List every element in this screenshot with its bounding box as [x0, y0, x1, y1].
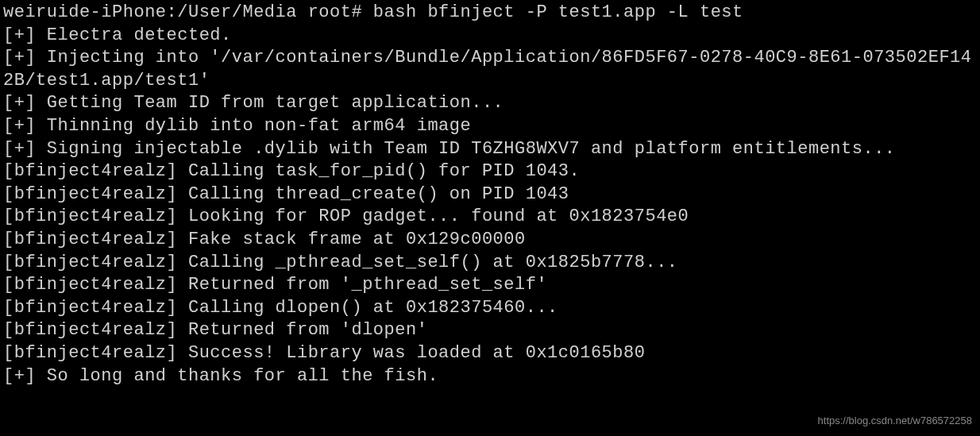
- terminal-line: [bfinject4realz] Success! Library was lo…: [3, 342, 977, 365]
- terminal-line: [bfinject4realz] Fake stack frame at 0x1…: [3, 229, 977, 252]
- terminal-line: [bfinject4realz] Returned from 'dlopen': [3, 319, 977, 342]
- terminal-line: [+] Thinning dylib into non-fat arm64 im…: [3, 115, 977, 138]
- terminal-line: [bfinject4realz] Calling task_for_pid() …: [3, 160, 977, 183]
- terminal-line: [+] Injecting into '/var/containers/Bund…: [3, 47, 977, 92]
- terminal-line: [bfinject4realz] Looking for ROP gadget.…: [3, 206, 977, 229]
- terminal-line: [+] Signing injectable .dylib with Team …: [3, 138, 977, 161]
- terminal-line: [bfinject4realz] Returned from '_pthread…: [3, 274, 977, 297]
- terminal-line: [+] So long and thanks for all the fish.: [3, 365, 977, 388]
- terminal-line: [+] Electra detected.: [3, 25, 977, 48]
- terminal-line: weiruide-iPhone:/User/Media root# bash b…: [3, 2, 977, 25]
- terminal-line: [bfinject4realz] Calling thread_create()…: [3, 183, 977, 206]
- terminal-text: [+] So long and thanks for all the fish.: [3, 366, 438, 386]
- watermark: https://blog.csdn.net/w786572258: [818, 415, 972, 428]
- terminal-line: [bfinject4realz] Calling dlopen() at 0x1…: [3, 297, 977, 320]
- terminal-output: weiruide-iPhone:/User/Media root# bash b…: [3, 2, 977, 388]
- terminal-line: [+] Getting Team ID from target applicat…: [3, 92, 977, 115]
- terminal-line: [bfinject4realz] Calling _pthread_set_se…: [3, 252, 977, 275]
